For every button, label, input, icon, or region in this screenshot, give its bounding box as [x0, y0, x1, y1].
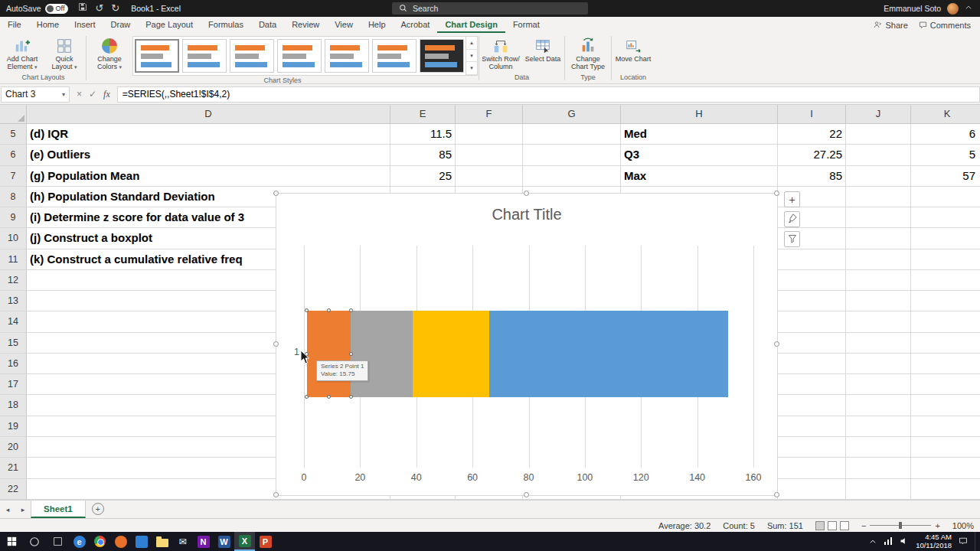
cell-I17[interactable] [778, 374, 846, 395]
enter-icon[interactable]: ✓ [89, 89, 96, 99]
cell-D5[interactable]: (d) IQR [27, 124, 390, 145]
chart-style-thumbnail-7[interactable] [420, 39, 464, 73]
gallery-up-icon[interactable]: ▴ [466, 37, 477, 50]
cell-E7[interactable]: 25 [390, 166, 456, 187]
taskbar-mail-icon[interactable]: ✉ [172, 532, 193, 551]
ribbon-options-icon[interactable] [965, 4, 972, 13]
chart-styles-button[interactable] [784, 211, 800, 227]
switch-row-column-button[interactable]: Switch Row/ Column [480, 34, 521, 72]
insert-function-icon[interactable]: fx [103, 89, 110, 100]
row-header-11[interactable]: 11 [0, 249, 27, 270]
autosave-toggle[interactable]: AutoSave Off [0, 4, 74, 14]
cell-K7[interactable]: 57 [911, 166, 980, 187]
start-button[interactable] [0, 532, 23, 551]
tab-page-layout[interactable]: Page Layout [138, 17, 201, 33]
cell-K14[interactable] [911, 311, 980, 332]
chart-style-thumbnail-3[interactable] [230, 39, 274, 73]
taskbar-onenote-icon[interactable]: N [193, 532, 214, 551]
tab-data[interactable]: Data [251, 17, 284, 33]
row-header-21[interactable]: 21 [0, 458, 27, 478]
sheet-tab-sheet1[interactable]: Sheet1 [31, 500, 86, 518]
row-header-7[interactable]: 7 [0, 166, 27, 187]
cell-K6[interactable]: 5 [911, 145, 980, 165]
column-header-f[interactable]: F [456, 105, 523, 124]
tab-acrobat[interactable]: Acrobat [394, 17, 438, 33]
cell-I16[interactable] [778, 354, 846, 374]
column-header-d[interactable]: D [27, 105, 390, 124]
tab-review[interactable]: Review [284, 17, 327, 33]
cell-J14[interactable] [846, 311, 911, 332]
row-header-5[interactable]: 5 [0, 124, 27, 145]
tab-formulas[interactable]: Formulas [201, 17, 251, 33]
row-header-17[interactable]: 17 [0, 374, 27, 395]
comments-button[interactable]: Comments [919, 21, 971, 30]
chart-resize-handle[interactable] [524, 492, 529, 497]
chart-style-thumbnail-1[interactable] [135, 39, 179, 73]
cell-J7[interactable] [846, 166, 911, 187]
tab-draw[interactable]: Draw [103, 17, 139, 33]
chart-style-thumbnail-5[interactable] [325, 39, 369, 73]
cell-J11[interactable] [846, 249, 911, 270]
cell-J22[interactable] [846, 479, 911, 500]
cell-K16[interactable] [911, 354, 980, 374]
change-colors-button[interactable]: Change Colors ▾ [87, 34, 132, 72]
chart[interactable]: Chart Title 1 020406080100120140160 Seri… [276, 193, 778, 496]
cell-K13[interactable] [911, 291, 980, 311]
column-header-k[interactable]: K [911, 105, 980, 124]
cell-H5[interactable]: Med [621, 124, 778, 145]
zoom-level[interactable]: 100% [952, 521, 974, 530]
share-button[interactable]: Share [874, 21, 907, 30]
row-header-10[interactable]: 10 [0, 228, 27, 249]
row-header-8[interactable]: 8 [0, 187, 27, 207]
bar-segment-series-2[interactable] [307, 311, 351, 397]
selection-handle[interactable] [349, 308, 353, 312]
cell-J15[interactable] [846, 333, 911, 354]
column-header-h[interactable]: H [621, 105, 778, 124]
search-input[interactable]: Search [392, 2, 588, 15]
cell-E5[interactable]: 11.5 [390, 124, 456, 145]
cell-J16[interactable] [846, 354, 911, 374]
cell-I20[interactable] [778, 437, 846, 458]
cell-D6[interactable]: (e) Outliers [27, 145, 390, 165]
bar-segment-series-4[interactable] [413, 311, 489, 397]
taskbar-powerpoint-icon[interactable]: P [255, 532, 276, 551]
row-header-15[interactable]: 15 [0, 333, 27, 354]
row-header-9[interactable]: 9 [0, 207, 27, 228]
tab-chart-design[interactable]: Chart Design [437, 17, 505, 33]
chart-resize-handle[interactable] [774, 492, 779, 497]
chart-filters-button[interactable] [784, 231, 800, 247]
cell-I6[interactable]: 27.25 [778, 145, 846, 165]
cell-J19[interactable] [846, 416, 911, 437]
chart-title[interactable]: Chart Title [276, 206, 777, 223]
chart-resize-handle[interactable] [273, 341, 279, 347]
cell-I12[interactable] [778, 270, 846, 291]
cell-K22[interactable] [911, 479, 980, 500]
cell-F7[interactable] [456, 166, 523, 187]
cell-I7[interactable]: 85 [778, 166, 846, 187]
taskbar-firefox-icon[interactable] [110, 532, 131, 551]
bar-segment-series-5[interactable] [489, 311, 728, 397]
taskbar-edge-icon[interactable]: e [69, 532, 90, 551]
name-box[interactable]: Chart 3 ▾ [1, 86, 70, 103]
cell-I19[interactable] [778, 416, 846, 437]
cell-I14[interactable] [778, 311, 846, 332]
chart-style-thumbnail-2[interactable] [182, 39, 227, 73]
zoom-slider[interactable] [870, 525, 931, 526]
cell-J13[interactable] [846, 291, 911, 311]
page-layout-view-icon[interactable] [828, 521, 837, 530]
row-header-16[interactable]: 16 [0, 354, 27, 374]
row-header-14[interactable]: 14 [0, 311, 27, 332]
cell-J12[interactable] [846, 270, 911, 291]
gallery-more-icon[interactable]: ▾ [466, 62, 477, 75]
cell-K8[interactable] [911, 187, 980, 207]
cell-K18[interactable] [911, 395, 980, 416]
chart-style-thumbnail-6[interactable] [372, 39, 416, 73]
column-header-g[interactable]: G [523, 105, 621, 124]
move-chart-button[interactable]: Move Chart [612, 34, 654, 64]
cell-K17[interactable] [911, 374, 980, 395]
autosave-switch[interactable]: Off [45, 4, 69, 14]
cell-H6[interactable]: Q3 [621, 145, 778, 165]
volume-icon[interactable] [900, 535, 909, 549]
sheet-nav-left-icon[interactable]: ◂ [0, 500, 15, 518]
cell-J21[interactable] [846, 458, 911, 478]
